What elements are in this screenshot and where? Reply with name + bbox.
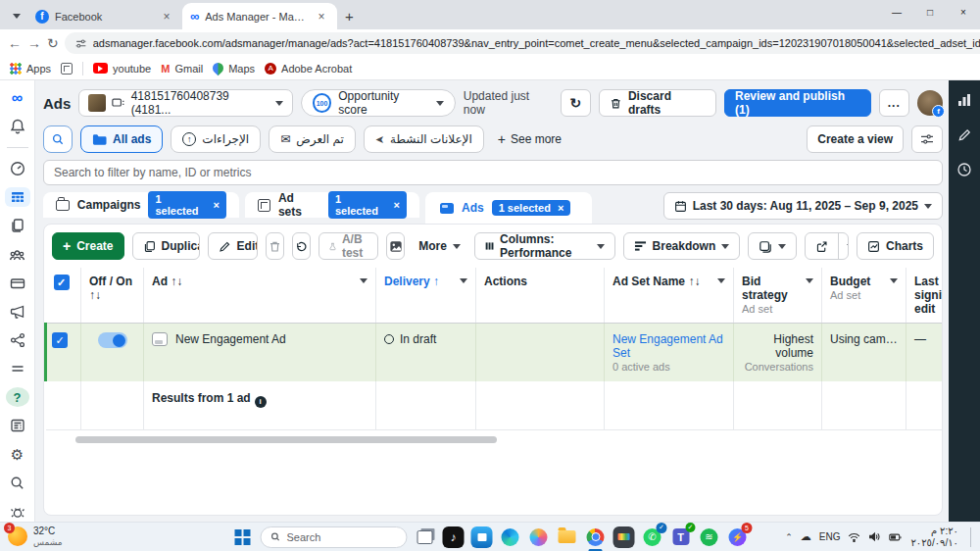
menu-lines-icon[interactable]	[5, 359, 30, 378]
row-checkbox[interactable]: ✓	[52, 332, 68, 348]
edge-app-icon[interactable]	[500, 526, 521, 548]
browser-tab-ads-manager[interactable]: ∞ Ads Manager - Manage ads - A ×	[182, 3, 337, 29]
assets-icon[interactable]	[5, 330, 30, 350]
edit-button[interactable]: Edit	[209, 233, 258, 259]
table-row[interactable]: ✓ New Engagement Ad In draft New Engagem…	[46, 324, 943, 382]
campaigns-selected-badge[interactable]: 1 selected×	[148, 191, 226, 219]
start-button[interactable]	[232, 526, 254, 548]
media-app-icon[interactable]	[613, 526, 635, 548]
opportunity-score[interactable]: 100 Opportunity score	[301, 89, 456, 117]
whatsapp-app-icon[interactable]: ✆✓	[642, 526, 663, 548]
window-minimize-button[interactable]: —	[880, 0, 913, 24]
see-more-button[interactable]: + See more	[492, 131, 567, 147]
ads-selected-badge[interactable]: 1 selected×	[492, 200, 571, 216]
back-button[interactable]: ←	[8, 35, 22, 51]
forward-button[interactable]: →	[27, 35, 41, 51]
sort-icon[interactable]: ↑	[433, 275, 439, 288]
info-icon[interactable]: i	[255, 396, 267, 408]
horizontal-scrollbar[interactable]	[75, 436, 497, 443]
task-view-button[interactable]	[415, 526, 436, 548]
notifications-bell-icon[interactable]	[5, 117, 30, 136]
discard-drafts-button[interactable]: Discard drafts	[599, 89, 716, 117]
bug-report-icon[interactable]	[5, 502, 30, 522]
sort-icon[interactable]: ↑↓	[688, 275, 700, 288]
bookmark-maps[interactable]: Maps	[213, 63, 255, 75]
weather-widget[interactable]: 3 32°Cمشمس	[8, 526, 63, 548]
battery-pen-icon[interactable]	[889, 532, 903, 542]
teams-app-icon[interactable]: T✓	[670, 526, 692, 548]
ads-megaphone-icon[interactable]	[5, 302, 30, 322]
file-explorer-icon[interactable]	[557, 526, 578, 548]
language-indicator[interactable]: ENG	[819, 531, 841, 542]
date-range-picker[interactable]: Last 30 days: Aug 11, 2025 – Sep 9, 2025	[663, 192, 943, 220]
create-view-button[interactable]: Create a view	[807, 125, 904, 153]
delete-button[interactable]	[266, 232, 284, 260]
col-ad-set-name[interactable]: Ad Set Name ↑↓	[605, 268, 734, 324]
tab-close-icon[interactable]: ×	[159, 9, 174, 25]
reports-icon[interactable]	[5, 416, 30, 435]
tray-chevron-icon[interactable]: ⌃	[785, 532, 793, 542]
bookmark-apps[interactable]: Apps	[10, 63, 51, 75]
column-menu-icon[interactable]	[717, 278, 725, 283]
bookmark-youtube[interactable]: youtube	[93, 63, 151, 75]
window-maximize-button[interactable]: □	[913, 0, 947, 24]
volume-icon[interactable]	[868, 531, 881, 542]
col-actions[interactable]: Actions	[476, 268, 605, 324]
show-desktop-button[interactable]	[970, 527, 972, 547]
review-publish-button[interactable]: Review and publish (1)	[724, 89, 871, 117]
filter-active-ads-tab[interactable]: ➤ الإعلانات النشطة	[364, 125, 484, 153]
browser-tab-facebook[interactable]: f Facebook ×	[27, 3, 182, 29]
refresh-button[interactable]: ↻	[561, 89, 591, 117]
reading-list-icon[interactable]	[61, 63, 73, 75]
filter-viewed-tab[interactable]: ✉ تم العرض	[269, 125, 356, 153]
breakdown-button[interactable]: Breakdown	[623, 232, 741, 260]
pages-icon[interactable]	[5, 216, 30, 235]
campaigns-nav-icon[interactable]	[5, 187, 30, 207]
rail-search-icon[interactable]	[5, 474, 30, 493]
col-bid-strategy[interactable]: Bid strategyAd set	[734, 268, 822, 324]
billing-icon[interactable]	[5, 274, 30, 293]
address-bar[interactable]: adsmanager.facebook.com/adsmanager/manag…	[65, 32, 980, 54]
copilot-app-icon[interactable]	[528, 526, 550, 548]
wifi-icon[interactable]	[848, 532, 860, 542]
clear-selection-icon[interactable]: ×	[394, 199, 400, 211]
create-button[interactable]: +Create	[52, 232, 124, 260]
ad-status-toggle[interactable]	[98, 332, 127, 348]
reload-button[interactable]: ↻	[47, 35, 59, 51]
charts-button[interactable]: Charts	[857, 232, 934, 260]
filter-settings-button[interactable]	[911, 125, 943, 153]
column-menu-icon[interactable]	[360, 278, 368, 283]
bookmark-adobe[interactable]: AAdobe Acrobat	[265, 63, 352, 75]
user-avatar[interactable]	[917, 90, 943, 116]
sort-icon[interactable]: ↑↓	[89, 288, 135, 302]
onedrive-cloud-icon[interactable]: ☁	[801, 530, 811, 543]
history-clock-icon[interactable]	[956, 162, 972, 177]
filter-all-ads[interactable]: All ads	[80, 125, 163, 153]
column-menu-icon[interactable]	[806, 278, 813, 283]
tab-close-icon[interactable]: ×	[314, 9, 329, 25]
site-settings-icon[interactable]	[74, 37, 87, 50]
col-delivery[interactable]: Delivery ↑	[376, 268, 476, 324]
settings-gear-icon[interactable]: ⚙	[5, 445, 30, 465]
ab-test-button[interactable]: A/B test	[318, 232, 378, 260]
undo-button[interactable]	[292, 232, 311, 260]
chrome-app-icon[interactable]	[585, 526, 607, 548]
adsets-selected-badge[interactable]: 1 selected×	[328, 191, 407, 219]
store-app-icon[interactable]	[471, 526, 493, 548]
filter-search-button[interactable]	[43, 125, 73, 153]
col-off-on[interactable]: Off / On↑↓	[81, 268, 144, 324]
more-button[interactable]: More	[413, 239, 466, 253]
new-tab-button[interactable]: +	[345, 8, 354, 25]
spotify-app-icon[interactable]: ≋	[699, 526, 720, 548]
more-options-button[interactable]: ...	[879, 89, 909, 117]
taskbar-clock[interactable]: ٢:٢٠ م٢٠٢٥/٠٩/١٠	[910, 526, 958, 548]
tab-search-chevron-icon[interactable]	[6, 5, 27, 26]
tiktok-app-icon[interactable]: ♪	[443, 526, 465, 548]
ad-name[interactable]: New Engagement Ad	[175, 332, 286, 346]
export-button[interactable]	[806, 233, 838, 259]
clear-selection-icon[interactable]: ×	[214, 199, 220, 211]
bookmark-gmail[interactable]: MGmail	[161, 63, 203, 75]
window-close-button[interactable]: ×	[947, 0, 980, 24]
preview-button[interactable]	[386, 232, 405, 260]
edit-pencil-icon[interactable]	[957, 127, 972, 142]
